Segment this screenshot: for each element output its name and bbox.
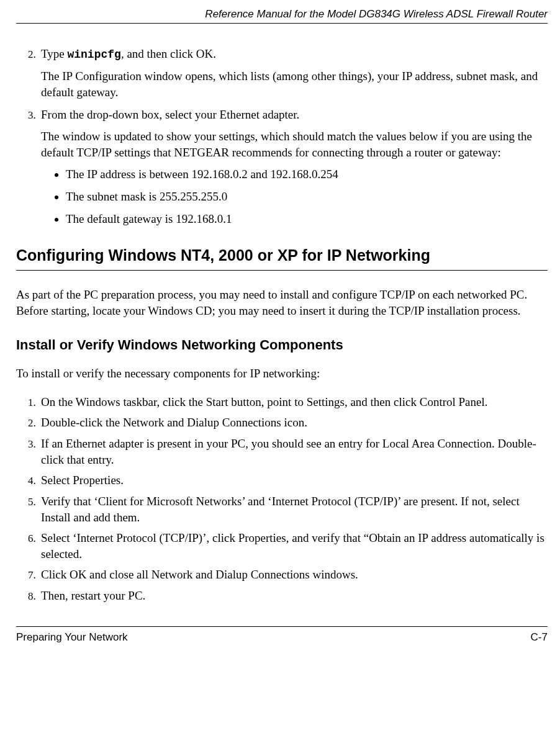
step-2-suffix: , and then click OK. — [121, 47, 216, 60]
install-step-6: Select ‘Internet Protocol (TCP/IP)’, cli… — [38, 530, 548, 562]
install-step-2: Double-click the Network and Dialup Conn… — [38, 415, 548, 431]
bullet-ip-address: The IP address is between 192.168.0.2 an… — [66, 166, 548, 182]
step-3-description: The window is updated to show your setti… — [41, 128, 548, 160]
section-heading: Configuring Windows NT4, 2000 or XP for … — [16, 245, 548, 271]
step-2-description: The IP Configuration window opens, which… — [41, 68, 548, 100]
step-2-prefix: Type — [41, 47, 67, 60]
install-step-3: If an Ethernet adapter is present in you… — [38, 436, 548, 467]
footer-page-number: C-7 — [531, 631, 548, 645]
step-3: From the drop-down box, select your Ethe… — [38, 107, 548, 227]
bullet-subnet-mask: The subnet mask is 255.255.255.0 — [66, 189, 548, 205]
command-winipcfg: winipcfg — [67, 48, 120, 61]
install-step-1: On the Windows taskbar, click the Start … — [38, 394, 548, 410]
step-2-text: Type winipcfg, and then click OK. — [41, 47, 216, 60]
install-step-5: Verify that ‘Client for Microsoft Networ… — [38, 493, 548, 525]
install-steps-list: On the Windows taskbar, click the Start … — [16, 394, 548, 604]
section-intro: As part of the PC preparation process, y… — [16, 287, 548, 318]
step-2: Type winipcfg, and then click OK. The IP… — [38, 46, 548, 101]
page: Reference Manual for the Model DG834G Wi… — [0, 0, 560, 657]
install-step-8: Then, restart your PC. — [38, 588, 548, 604]
continued-steps-list: Type winipcfg, and then click OK. The IP… — [16, 46, 548, 227]
subsection-intro: To install or verify the necessary compo… — [16, 366, 548, 382]
install-step-4: Select Properties. — [38, 472, 548, 488]
step-3-text: From the drop-down box, select your Ethe… — [41, 108, 299, 121]
install-step-7: Click OK and close all Network and Dialu… — [38, 567, 548, 583]
subsection-heading: Install or Verify Windows Networking Com… — [16, 336, 548, 354]
settings-bullets: The IP address is between 192.168.0.2 an… — [53, 166, 548, 227]
running-header: Reference Manual for the Model DG834G Wi… — [16, 7, 548, 24]
footer-section-name: Preparing Your Network — [16, 631, 128, 645]
bullet-default-gateway: The default gateway is 192.168.0.1 — [66, 211, 548, 227]
page-footer: Preparing Your Network C-7 — [16, 626, 548, 645]
